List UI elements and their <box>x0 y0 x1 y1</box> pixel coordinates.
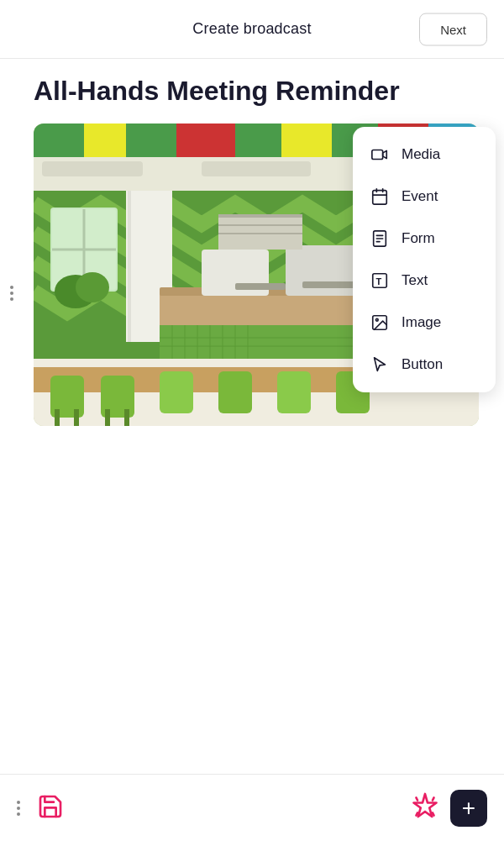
svg-rect-54 <box>235 283 286 290</box>
menu-label-media: Media <box>402 146 440 163</box>
menu-item-image[interactable]: Image <box>353 302 496 344</box>
svg-point-68 <box>375 318 378 321</box>
svg-rect-56 <box>372 150 383 159</box>
svg-rect-44 <box>55 409 60 426</box>
svg-rect-45 <box>74 409 79 426</box>
save-button[interactable] <box>37 793 64 823</box>
svg-rect-46 <box>105 409 110 426</box>
menu-item-media[interactable]: Media <box>353 134 496 176</box>
menu-label-image: Image <box>402 314 441 331</box>
toolbar-left <box>17 793 64 823</box>
svg-rect-23 <box>218 224 302 226</box>
add-block-button[interactable]: + <box>450 790 487 827</box>
image-icon <box>370 313 390 333</box>
broadcast-title: All-Hands Meeting Reminder <box>34 76 487 107</box>
menu-label-event: Event <box>402 188 438 205</box>
svg-rect-41 <box>218 371 252 413</box>
add-icon: + <box>462 796 475 820</box>
ai-sparkle-button[interactable] <box>410 791 440 825</box>
svg-rect-5 <box>235 124 281 157</box>
svg-text:T: T <box>375 276 381 286</box>
svg-rect-15 <box>128 191 131 342</box>
popup-menu: Media Event <box>353 127 496 392</box>
side-dots-menu[interactable] <box>10 286 13 301</box>
svg-rect-22 <box>218 214 302 218</box>
menu-item-button[interactable]: Button <box>353 344 496 386</box>
header: Create broadcast Next <box>0 0 504 59</box>
menu-label-button: Button <box>402 356 443 373</box>
svg-rect-24 <box>218 233 302 234</box>
svg-rect-57 <box>373 190 387 204</box>
svg-rect-4 <box>176 124 235 157</box>
svg-point-53 <box>76 272 109 302</box>
text-icon: T <box>370 271 390 291</box>
calendar-icon <box>370 187 390 207</box>
menu-item-form[interactable]: Form <box>353 218 496 260</box>
menu-label-form: Form <box>402 230 435 247</box>
next-button[interactable]: Next <box>419 13 487 45</box>
form-icon <box>370 229 390 249</box>
toolbar-dots-menu[interactable] <box>17 801 20 816</box>
button-icon <box>370 355 390 375</box>
menu-item-event[interactable]: Event <box>353 176 496 218</box>
svg-rect-42 <box>277 371 311 413</box>
svg-rect-11 <box>202 161 311 176</box>
svg-rect-3 <box>126 124 176 157</box>
svg-rect-47 <box>124 409 129 426</box>
menu-item-text[interactable]: T Text <box>353 260 496 302</box>
main-content: All-Hands Meeting Reminder <box>0 59 504 510</box>
svg-rect-40 <box>160 371 193 413</box>
video-icon <box>370 145 390 165</box>
svg-rect-10 <box>42 161 143 176</box>
toolbar-right: + <box>410 790 487 827</box>
svg-rect-1 <box>34 124 84 157</box>
page-title: Create broadcast <box>192 20 311 38</box>
svg-rect-2 <box>84 124 126 157</box>
bottom-toolbar: + <box>0 774 504 841</box>
menu-label-text: Text <box>402 272 428 289</box>
svg-rect-6 <box>281 124 332 157</box>
